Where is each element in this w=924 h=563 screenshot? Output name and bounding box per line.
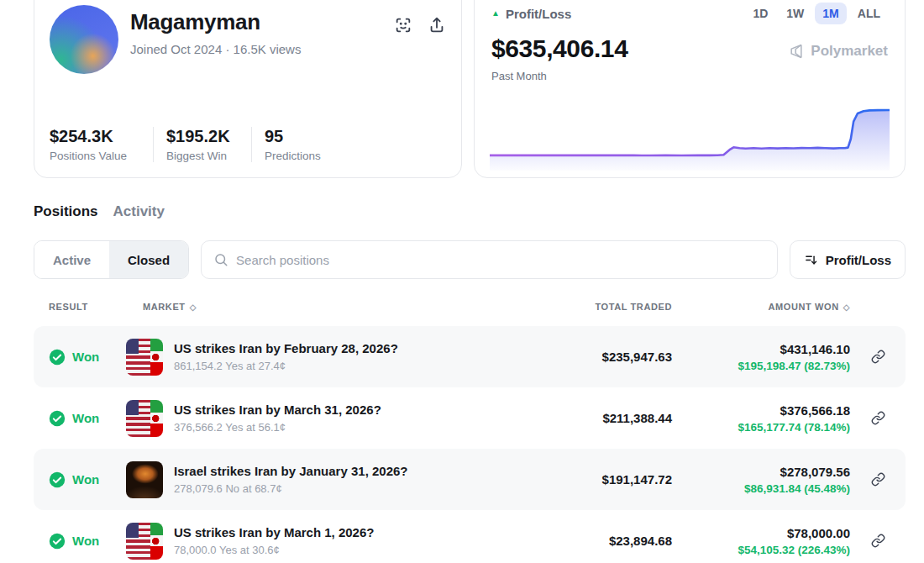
stat-value: $254.3K [50,127,140,146]
profit-detail: $86,931.84 (45.48%) [672,482,850,495]
amount-won-cell: $278,079.56 $86,931.84 (45.48%) [672,465,850,495]
table-header: RESULT MARKET ◇ TOTAL TRADED AMOUNT WON … [34,294,906,319]
search-input[interactable] [236,253,765,267]
market-subtitle: 78,000.0 Yes at 30.6¢ [174,544,374,556]
active-closed-toggle: Active Closed [34,240,189,279]
market-texts: Israel strikes Iran by January 31, 2026?… [174,464,408,495]
market-cell: Israel strikes Iran by January 31, 2026?… [126,461,529,498]
result-cell: Won [49,410,126,427]
market-subtitle: 861,154.2 Yes at 27.4¢ [174,360,398,372]
amount-won-cell: $78,000.00 $54,105.32 (226.43%) [672,526,850,556]
market-texts: US strikes Iran by February 28, 2026? 86… [174,341,398,372]
range-1d[interactable]: 1D [745,3,775,24]
link-icon[interactable] [871,411,885,425]
market-title[interactable]: US strikes Iran by March 1, 2026? [174,525,374,539]
pnl-label: Profit/Loss [506,7,571,21]
profile-actions [394,16,446,34]
result-badge: Won [72,411,99,425]
amount-won-value: $278,079.56 [672,465,850,479]
market-subtitle: 278,079.6 No at 68.7¢ [174,482,408,495]
stat-value: 95 [265,127,321,146]
avatar [50,5,118,74]
amount-won-value: $431,146.10 [672,342,850,356]
link-cell [850,411,906,425]
tab-positions[interactable]: Positions [34,203,98,220]
amount-won-cell: $376,566.18 $165,177.74 (78.14%) [672,403,850,434]
stat-divider [153,127,154,162]
profile-name: Magamyman [130,9,301,35]
link-cell [850,472,906,487]
table-row[interactable]: Won US strikes Iran by March 1, 2026? 78… [34,510,906,563]
sort-button-label: Profit/Loss [826,253,891,267]
amount-won-value: $78,000.00 [672,526,850,540]
profit-detail: $165,177.74 (78.14%) [672,421,850,434]
range-all[interactable]: ALL [850,3,888,24]
pnl-header: ▲ Profit/Loss 1D 1W 1M ALL [491,3,888,24]
profit-detail: $54,105.32 (226.43%) [672,544,850,556]
market-image-us-iran-flags [126,523,163,560]
sort-diamond-icon: ◇ [843,303,850,312]
profile-stats: $254.3K Positions Value $195.2K Biggest … [50,127,446,162]
stat-label: Predictions [265,150,321,162]
toggle-active[interactable]: Active [34,241,109,278]
table-row[interactable]: Won US strikes Iran by February 28, 2026… [34,326,906,387]
amount-won-value: $376,566.18 [672,403,850,418]
table-row[interactable]: Won US strikes Iran by March 31, 2026? 3… [34,387,906,449]
result-cell: Won [49,471,126,488]
market-image-us-iran-flags [126,400,163,437]
trend-up-icon: ▲ [491,9,500,18]
header-market[interactable]: MARKET ◇ [126,302,529,312]
market-title[interactable]: Israel strikes Iran by January 31, 2026? [174,464,408,478]
total-traded-value: $23,894.68 [529,534,672,548]
sort-profit-loss-button[interactable]: Profit/Loss [790,240,906,279]
profile-page: Magamyman Joined Oct 2024 · 16.5K views [0,0,924,563]
result-cell: Won [49,533,126,550]
won-check-icon [49,533,66,550]
result-badge: Won [72,472,99,487]
link-cell [850,534,906,548]
stat-label: Positions Value [50,150,140,162]
range-1w[interactable]: 1W [779,3,811,24]
profile-card: Magamyman Joined Oct 2024 · 16.5K views [34,0,462,178]
result-badge: Won [72,350,99,364]
main-tabs: Positions Activity [34,203,165,220]
search-icon [213,252,228,267]
top-cards: Magamyman Joined Oct 2024 · 16.5K views [34,0,906,178]
tab-activity[interactable]: Activity [113,203,165,220]
brand-name: Polymarket [811,43,888,60]
header-total-traded: TOTAL TRADED [529,302,672,312]
amount-won-cell: $431,146.10 $195,198.47 (82.73%) [672,342,850,372]
market-image-explosion [126,461,163,498]
stat-label: Biggest Win [166,150,239,162]
header-amount-won[interactable]: AMOUNT WON ◇ [672,302,850,312]
table-row[interactable]: Won Israel strikes Iran by January 31, 2… [34,449,906,510]
link-icon[interactable] [871,472,885,487]
range-1m[interactable]: 1M [815,3,846,24]
stat-divider [251,127,252,162]
total-traded-value: $191,147.72 [529,472,672,487]
header-result: RESULT [49,302,126,312]
share-icon[interactable] [428,16,446,34]
won-check-icon [49,349,66,366]
stat-value: $195.2K [166,127,239,146]
profile-names: Magamyman Joined Oct 2024 · 16.5K views [130,3,301,56]
search-box [201,240,778,279]
polymarket-logo-icon [788,43,805,60]
market-image-us-iran-flags [126,339,163,376]
pnl-period: Past Month [491,70,888,82]
market-title[interactable]: US strikes Iran by February 28, 2026? [174,341,398,355]
profile-header: Magamyman Joined Oct 2024 · 16.5K views [50,3,446,74]
market-cell: US strikes Iran by March 1, 2026? 78,000… [126,523,529,560]
market-title[interactable]: US strikes Iran by March 31, 2026? [174,403,381,417]
scan-face-icon[interactable] [394,16,412,34]
polymarket-brand: Polymarket [788,43,888,60]
link-icon[interactable] [871,350,885,364]
market-texts: US strikes Iran by March 1, 2026? 78,000… [174,525,374,556]
time-range-selector: 1D 1W 1M ALL [745,3,888,24]
result-cell: Won [49,349,126,366]
filter-bar: Active Closed Profit/Loss [34,240,906,279]
total-traded-value: $235,947.63 [529,350,672,364]
link-icon[interactable] [871,534,885,548]
toggle-closed[interactable]: Closed [109,241,188,278]
pnl-line-chart [490,97,890,171]
